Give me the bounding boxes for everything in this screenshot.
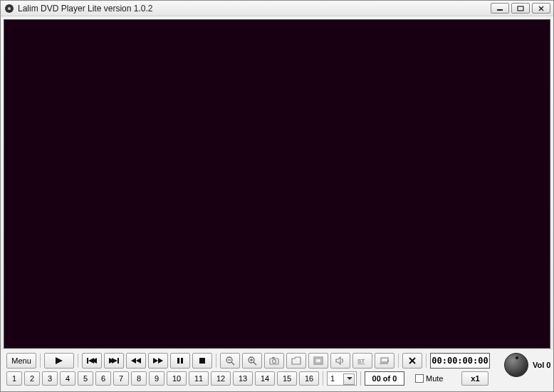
svg-marker-32 [336,357,340,364]
svg-marker-15 [153,358,158,364]
minimize-button[interactable] [491,3,509,14]
svg-marker-14 [136,358,141,364]
separator [426,354,427,368]
control-panel: Menu [1,349,553,391]
delete-button[interactable] [402,353,422,369]
app-icon [4,3,15,14]
chapter-button-14[interactable]: 14 [255,371,275,386]
chapter-button-11[interactable]: 11 [189,371,209,386]
svg-marker-11 [112,358,117,364]
chapter-button-16[interactable]: 16 [299,371,319,386]
volume-block: Vol 0 [490,353,554,377]
stop-button[interactable] [192,353,212,369]
zoom-out-button[interactable] [220,353,240,369]
svg-marker-16 [158,358,163,364]
chapter-button-4[interactable]: 4 [60,371,75,386]
svg-rect-2 [497,9,503,11]
chapter-select[interactable]: 1 [327,371,357,386]
chevron-down-icon [347,377,352,380]
volume-label: Vol 0 [533,361,554,369]
chapter-button-10[interactable]: 10 [167,371,187,386]
svg-rect-18 [181,358,183,364]
window-title: Lalim DVD Player Lite version 1.0.2 [18,4,491,14]
chapter-button-1[interactable]: 1 [6,371,22,386]
rewind-button[interactable] [126,353,146,369]
chapter-button-5[interactable]: 5 [78,371,93,386]
window-controls [491,3,550,14]
close-button[interactable] [532,3,550,14]
subtitle-button[interactable]: ST [352,353,372,369]
svg-rect-34 [381,358,388,362]
svg-text:ST: ST [357,358,365,364]
svg-marker-13 [131,358,136,364]
next-chapter-button[interactable] [104,353,124,369]
mute-label: Mute [426,374,443,383]
chapter-button-8[interactable]: 8 [131,371,147,386]
playback-row: Menu [6,353,490,369]
eject-button[interactable] [375,353,394,369]
chapter-button-9[interactable]: 9 [149,371,164,386]
svg-rect-7 [87,358,88,364]
chapter-counter: 00 of 0 [365,371,404,386]
svg-point-1 [8,7,11,10]
svg-marker-6 [56,357,63,364]
svg-line-24 [254,362,256,365]
speed-button[interactable]: x1 [461,371,488,386]
separator [216,354,216,368]
maximize-button[interactable] [511,3,530,14]
zoom-in-button[interactable] [242,353,262,369]
chapter-select-value: 1 [330,374,335,383]
chapter-button-6[interactable]: 6 [95,371,111,386]
chapter-button-12[interactable]: 12 [211,371,231,386]
svg-rect-17 [177,358,179,364]
mute-checkbox[interactable] [415,374,424,383]
prev-chapter-button[interactable] [82,353,102,369]
time-display: 00:00:00:00 [430,353,490,369]
chapter-button-13[interactable]: 13 [233,371,253,386]
pause-button[interactable] [170,353,190,369]
separator [78,354,78,368]
separator [360,371,361,386]
open-button[interactable] [286,353,306,369]
snapshot-button[interactable] [264,353,284,369]
chapter-button-7[interactable]: 7 [113,371,129,386]
separator [323,371,323,386]
video-display[interactable] [4,19,550,349]
fast-forward-button[interactable] [148,353,168,369]
chapter-button-2[interactable]: 2 [24,371,40,386]
svg-rect-12 [117,358,119,364]
svg-rect-3 [518,6,523,11]
audio-button[interactable] [330,353,350,369]
volume-knob[interactable] [504,353,528,377]
play-button[interactable] [44,353,74,369]
app-window: Lalim DVD Player Lite version 1.0.2 Menu [0,0,554,392]
svg-line-21 [231,362,234,365]
svg-rect-31 [315,359,321,363]
chapter-button-3[interactable]: 3 [42,371,58,386]
menu-button[interactable]: Menu [6,353,36,369]
chapter-button-15[interactable]: 15 [277,371,297,386]
separator [40,354,41,368]
separator [398,354,399,368]
svg-rect-19 [199,358,205,364]
mute-control: Mute [415,374,443,383]
title-bar: Lalim DVD Player Lite version 1.0.2 [1,1,553,16]
svg-rect-29 [272,357,275,359]
svg-point-28 [273,360,276,364]
chapter-row: 1 2 3 4 5 6 7 8 9 10 11 12 13 14 15 16 [6,371,490,386]
fullscreen-button[interactable] [308,353,328,369]
